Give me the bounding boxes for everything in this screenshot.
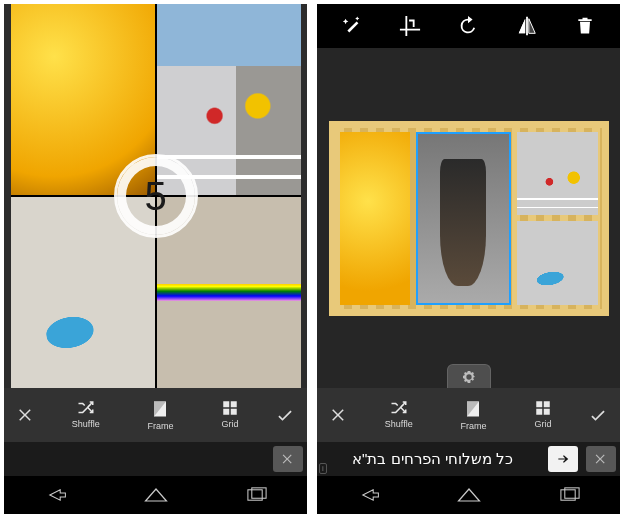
frame-button[interactable]: Frame <box>460 399 486 431</box>
magic-wand-icon <box>341 15 363 37</box>
collage-board[interactable] <box>329 121 609 316</box>
grid-icon <box>221 399 239 417</box>
board-cell-2[interactable] <box>517 132 598 216</box>
arrow-right-icon <box>555 452 571 466</box>
ad-text[interactable]: כל משלוחי הפרחים בת"א <box>317 450 548 468</box>
grid-label: Grid <box>222 419 239 429</box>
phone-screen-collage-picker: 5 Shuffle Frame Grid <box>4 4 307 514</box>
trash-icon <box>575 15 595 37</box>
crop-button[interactable] <box>390 6 430 46</box>
phone-screen-editor: Shuffle Frame Grid i כל משלוחי הפרחים בת… <box>317 4 620 514</box>
close-icon <box>17 406 35 424</box>
nav-back-button[interactable] <box>30 482 80 508</box>
crop-icon <box>399 15 421 37</box>
shuffle-button[interactable]: Shuffle <box>385 399 413 431</box>
nav-recent-button[interactable] <box>232 482 282 508</box>
editor-toolbar <box>317 4 620 48</box>
nav-home-button[interactable] <box>444 482 494 508</box>
rotate-icon <box>457 15 479 37</box>
shuffle-label: Shuffle <box>72 419 100 429</box>
frame-icon <box>151 399 169 419</box>
confirm-button[interactable] <box>263 405 307 425</box>
flip-button[interactable] <box>507 6 547 46</box>
bottom-action-bar: Shuffle Frame Grid <box>317 388 620 442</box>
nav-home-button[interactable] <box>131 482 181 508</box>
shuffle-icon <box>75 399 97 417</box>
countdown-value: 5 <box>144 174 166 219</box>
grid-icon <box>534 399 552 417</box>
gear-icon <box>461 369 477 385</box>
flip-horizontal-icon <box>515 15 539 37</box>
countdown-indicator: 5 <box>114 154 198 238</box>
confirm-button[interactable] <box>576 405 620 425</box>
check-icon <box>275 405 295 425</box>
close-icon <box>594 452 608 466</box>
check-icon <box>588 405 608 425</box>
frame-label: Frame <box>147 421 173 431</box>
rotate-button[interactable] <box>448 6 488 46</box>
shuffle-icon <box>388 399 410 417</box>
magic-wand-button[interactable] <box>332 6 372 46</box>
shuffle-button[interactable]: Shuffle <box>72 399 100 431</box>
frame-icon <box>464 399 482 419</box>
grid-button[interactable]: Grid <box>534 399 552 431</box>
android-nav-bar <box>4 476 307 514</box>
cancel-button[interactable] <box>4 406 48 424</box>
ad-close-button[interactable] <box>586 446 616 472</box>
delete-button[interactable] <box>565 6 605 46</box>
ad-close-button[interactable] <box>273 446 303 472</box>
frame-label: Frame <box>460 421 486 431</box>
collage-4up[interactable]: 5 <box>11 4 301 388</box>
ad-info-marker[interactable]: i <box>319 463 327 474</box>
close-icon <box>281 452 295 466</box>
ad-bar: i כל משלוחי הפרחים בת"א <box>317 442 620 476</box>
nav-back-button[interactable] <box>343 482 393 508</box>
settings-pull-tab[interactable] <box>447 364 491 388</box>
grid-button[interactable]: Grid <box>221 399 239 431</box>
board-cell-3[interactable] <box>517 221 598 305</box>
ad-go-button[interactable] <box>548 446 578 472</box>
ad-bar <box>4 442 307 476</box>
nav-recent-button[interactable] <box>545 482 595 508</box>
editor-canvas <box>317 48 620 388</box>
shuffle-label: Shuffle <box>385 419 413 429</box>
android-nav-bar <box>317 476 620 514</box>
grid-label: Grid <box>535 419 552 429</box>
bottom-action-bar: Shuffle Frame Grid <box>4 388 307 442</box>
close-icon <box>330 406 348 424</box>
board-cell-1-selected[interactable] <box>416 132 511 305</box>
board-cell-0[interactable] <box>340 132 410 305</box>
cancel-button[interactable] <box>317 406 361 424</box>
frame-button[interactable]: Frame <box>147 399 173 431</box>
collage-canvas: 5 <box>4 4 307 388</box>
